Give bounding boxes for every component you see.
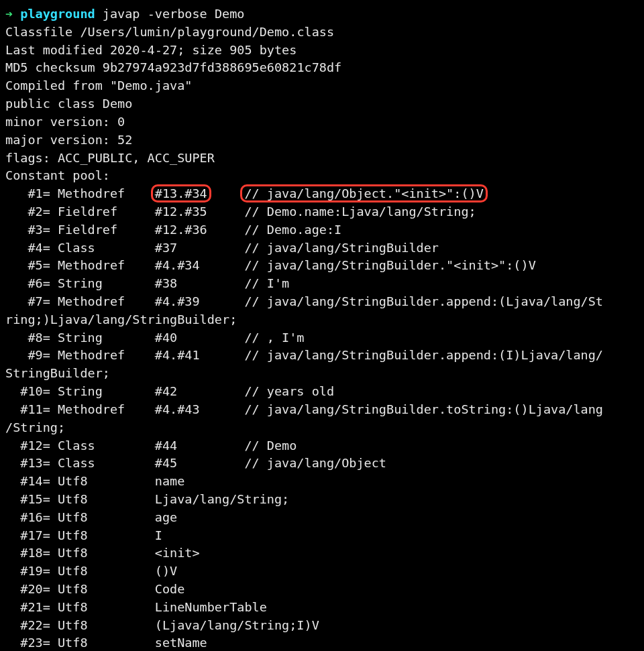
constant-value: setName: [155, 634, 245, 651]
constant-type: = Utf8: [43, 509, 155, 527]
constant-pool-entry: #10 = String#42// years old: [5, 383, 639, 401]
constant-value: name: [155, 473, 245, 491]
constant-index: #11: [5, 401, 43, 419]
constant-value: (Ljava/lang/String;I)V: [155, 617, 245, 635]
constant-pool-entry: #13 = Class#45// java/lang/Object: [5, 455, 639, 473]
constant-type: = Utf8: [43, 491, 155, 509]
constant-comment: // Demo.name:Ljava/lang/String;: [244, 203, 476, 221]
constant-type: = String: [43, 383, 155, 401]
constant-type: = String: [43, 275, 155, 293]
constant-type: = Fieldref: [43, 221, 155, 239]
constant-index: #14: [5, 473, 43, 491]
constant-index: #1: [5, 185, 43, 203]
constant-index: #8: [5, 329, 43, 347]
constant-type: = Methodref: [43, 185, 155, 203]
constant-comment: // I'm: [244, 275, 289, 293]
constant-type: = Utf8: [43, 473, 155, 491]
constant-comment-wrap: StringBuilder;: [5, 365, 639, 383]
constant-index: #22: [5, 617, 43, 635]
constant-index: #13: [5, 455, 43, 473]
constant-pool-entry: #18 = Utf8<init>: [5, 544, 639, 563]
output-line: Constant pool:: [5, 167, 639, 185]
constant-index: #20: [5, 581, 43, 599]
constant-pool-entry: #6 = String#38// I'm: [5, 275, 639, 293]
constant-pool-entry: #15 = Utf8Ljava/lang/String;: [5, 491, 639, 509]
output-line: major version: 52: [5, 131, 639, 150]
output-header: Classfile /Users/lumin/playground/Demo.c…: [5, 23, 639, 185]
constant-comment: // java/lang/StringBuilder: [244, 239, 439, 257]
output-line: flags: ACC_PUBLIC, ACC_SUPER: [5, 150, 639, 168]
constant-index: #6: [5, 275, 43, 293]
constant-pool-entry: #4 = Class#37// java/lang/StringBuilder: [5, 239, 639, 257]
constant-comment: // java/lang/StringBuilder.toString:()Lj…: [244, 401, 603, 419]
constant-pool-entry: #12 = Class#44// Demo: [5, 437, 639, 455]
constant-value: Ljava/lang/String;: [155, 491, 245, 509]
terminal-output: ➔ playground javap -verbose Demo Classfi…: [0, 0, 644, 651]
constant-value: #40: [155, 329, 245, 347]
constant-comment: // java/lang/StringBuilder."<init>":()V: [244, 257, 535, 275]
constant-value: age: [155, 509, 245, 527]
constant-pool-entry: #11 = Methodref#4.#43// java/lang/String…: [5, 401, 639, 419]
constant-value: #4.#34: [155, 257, 245, 275]
constant-type: = Fieldref: [43, 203, 155, 221]
constant-pool: #1 = Methodref#13.#34// java/lang/Object…: [5, 185, 639, 651]
constant-value: I: [155, 527, 245, 545]
constant-index: #2: [5, 203, 43, 221]
constant-type: = Utf8: [43, 599, 155, 617]
constant-value: ()V: [155, 563, 245, 581]
constant-comment: // java/lang/Object."<init>":()V: [244, 185, 483, 203]
output-line: Last modified 2020-4-27; size 905 bytes: [5, 42, 639, 60]
constant-pool-entry: #5 = Methodref#4.#34// java/lang/StringB…: [5, 257, 639, 275]
output-line: Classfile /Users/lumin/playground/Demo.c…: [5, 23, 639, 42]
constant-value: #13.#34: [155, 185, 245, 203]
constant-value: #44: [155, 437, 245, 455]
constant-type: = Class: [43, 239, 155, 257]
constant-comment: // java/lang/Object: [244, 455, 386, 473]
constant-pool-entry: #22 = Utf8(Ljava/lang/String;I)V: [5, 617, 639, 635]
constant-comment-wrap: /String;: [5, 419, 639, 437]
constant-pool-entry: #20 = Utf8Code: [5, 581, 639, 599]
constant-value: #38: [155, 275, 245, 293]
constant-index: #18: [5, 544, 43, 563]
constant-index: #12: [5, 437, 43, 455]
constant-index: #15: [5, 491, 43, 509]
constant-type: = Class: [43, 455, 155, 473]
constant-pool-entry: #23 = Utf8setName: [5, 634, 639, 651]
constant-value: #4.#39: [155, 293, 245, 311]
constant-value: #12.#35: [155, 203, 245, 221]
constant-type: = Utf8: [43, 617, 155, 635]
constant-type: = Methodref: [43, 293, 155, 311]
constant-pool-entry: #1 = Methodref#13.#34// java/lang/Object…: [5, 185, 639, 203]
constant-value: #45: [155, 455, 245, 473]
constant-index: #7: [5, 293, 43, 311]
constant-index: #19: [5, 563, 43, 581]
constant-value: #37: [155, 239, 245, 257]
constant-pool-entry: #9 = Methodref#4.#41// java/lang/StringB…: [5, 347, 639, 365]
output-line: public class Demo: [5, 95, 639, 113]
prompt-command[interactable]: javap -verbose Demo: [103, 7, 245, 21]
constant-value: #12.#36: [155, 221, 245, 239]
prompt-line: ➔ playground javap -verbose Demo: [5, 5, 639, 23]
constant-pool-entry: #2 = Fieldref#12.#35// Demo.name:Ljava/l…: [5, 203, 639, 221]
constant-type: = Class: [43, 437, 155, 455]
constant-type: = Methodref: [43, 347, 155, 365]
constant-comment-wrap: ring;)Ljava/lang/StringBuilder;: [5, 311, 639, 329]
constant-comment: // years old: [244, 383, 334, 401]
constant-comment: // , I'm: [244, 329, 304, 347]
constant-value: #4.#41: [155, 347, 245, 365]
constant-comment: // java/lang/StringBuilder.append:(I)Lja…: [244, 347, 603, 365]
constant-type: = Utf8: [43, 634, 155, 651]
constant-pool-entry: #3 = Fieldref#12.#36// Demo.age:I: [5, 221, 639, 239]
output-line: Compiled from "Demo.java": [5, 77, 639, 95]
constant-type: = String: [43, 329, 155, 347]
constant-value: LineNumberTable: [155, 599, 245, 617]
constant-index: #10: [5, 383, 43, 401]
highlight-box: #13.#34: [155, 186, 207, 200]
constant-value: #42: [155, 383, 245, 401]
highlight-box: // java/lang/Object."<init>":()V: [244, 186, 483, 200]
constant-type: = Utf8: [43, 544, 155, 563]
constant-index: #9: [5, 347, 43, 365]
output-line: MD5 checksum 9b27974a923d7fd388695e60821…: [5, 59, 639, 77]
output-line: minor version: 0: [5, 113, 639, 131]
constant-value: <init>: [155, 544, 245, 563]
